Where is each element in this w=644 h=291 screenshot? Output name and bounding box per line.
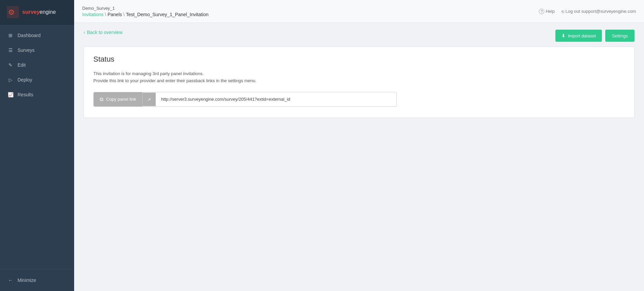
sidebar-label-surveys: Surveys — [18, 47, 35, 53]
help-link[interactable]: ? Help — [539, 9, 555, 14]
sidebar-label-dashboard: Dashboard — [18, 33, 41, 38]
help-label: Help — [546, 9, 555, 14]
breadcrumb-current: Test_Demo_Survey_1_Panel_Invitation — [126, 12, 209, 17]
sidebar-item-surveys[interactable]: ☰ Surveys — [0, 43, 74, 58]
copy-panel-label: Copy panel link — [106, 97, 136, 102]
results-icon: 📈 — [7, 92, 13, 98]
deploy-icon: ▷ — [7, 77, 13, 83]
back-to-overview-label: Back to overview — [87, 30, 123, 35]
import-dataset-button[interactable]: ⬇ Import dataset — [555, 30, 602, 42]
sidebar-item-edit[interactable]: ✎ Edit — [0, 58, 74, 72]
import-label: Import dataset — [568, 33, 596, 38]
status-title: Status — [93, 55, 625, 64]
breadcrumb-sep-2: \ — [123, 12, 125, 17]
panel-link-row: ⧉ Copy panel link ↗ — [93, 92, 397, 107]
sidebar-item-results[interactable]: 📈 Results — [0, 87, 74, 102]
breadcrumb-panels: Panels — [108, 12, 122, 17]
settings-label: Settings — [612, 33, 628, 38]
survey-title: Demo_Survey_1 — [82, 6, 209, 11]
breadcrumb-sep-1: \ — [105, 12, 106, 17]
copy-icon: ⧉ — [100, 96, 103, 102]
minimize-icon: ← — [7, 277, 13, 283]
breadcrumb-invitations[interactable]: Invitations — [82, 12, 103, 17]
action-buttons: ⬇ Import dataset Settings — [555, 30, 635, 42]
edit-icon: ✎ — [7, 62, 13, 68]
topbar-left: Demo_Survey_1 Invitations \ Panels \ Tes… — [82, 6, 209, 17]
info-line-2: Provide this link to your provider and e… — [93, 77, 625, 85]
svg-text:⚙: ⚙ — [8, 8, 15, 17]
info-line-1: This invitation is for managing 3rd part… — [93, 70, 625, 77]
logout-link[interactable]: ⎋ Log out support@surveyengine.com — [561, 9, 636, 14]
sidebar: ⚙ surveyengine ⊞ Dashboard ☰ Surveys ✎ E… — [0, 0, 74, 291]
sidebar-label-edit: Edit — [18, 62, 26, 68]
settings-button[interactable]: Settings — [605, 30, 635, 42]
main-area: Demo_Survey_1 Invitations \ Panels \ Tes… — [74, 0, 644, 291]
help-icon: ? — [539, 9, 544, 14]
panel-url-input[interactable] — [156, 93, 396, 106]
sidebar-nav: ⊞ Dashboard ☰ Surveys ✎ Edit ▷ Deploy 📈 … — [0, 25, 74, 269]
back-to-overview-link[interactable]: ‹ Back to overview — [84, 30, 123, 35]
external-link-icon: ↗ — [147, 97, 151, 102]
sidebar-label-deploy: Deploy — [18, 77, 32, 83]
sidebar-label-results: Results — [18, 92, 33, 97]
open-external-button[interactable]: ↗ — [142, 93, 156, 106]
import-icon: ⬇ — [561, 33, 565, 38]
logout-label: Log out support@surveyengine.com — [565, 9, 636, 14]
logout-icon: ⎋ — [561, 9, 564, 14]
topbar: Demo_Survey_1 Invitations \ Panels \ Tes… — [74, 0, 644, 23]
info-text: This invitation is for managing 3rd part… — [93, 70, 625, 85]
sidebar-item-minimize[interactable]: ← Minimize — [0, 273, 74, 288]
header-row: ‹ Back to overview ⬇ Import dataset Sett… — [84, 30, 635, 42]
logo-icon: ⚙ — [7, 6, 19, 18]
topbar-right: ? Help ⎋ Log out support@surveyengine.co… — [539, 9, 636, 14]
sidebar-bottom: ← Minimize — [0, 269, 74, 291]
sidebar-item-deploy[interactable]: ▷ Deploy — [0, 72, 74, 87]
content-area: ‹ Back to overview ⬇ Import dataset Sett… — [74, 23, 644, 291]
logo-text: surveyengine — [22, 9, 56, 15]
dashboard-icon: ⊞ — [7, 32, 13, 38]
logo-area: ⚙ surveyengine — [0, 0, 74, 25]
breadcrumb: Invitations \ Panels \ Test_Demo_Survey_… — [82, 12, 209, 17]
back-chevron-icon: ‹ — [84, 30, 85, 35]
copy-panel-link-button[interactable]: ⧉ Copy panel link — [94, 92, 142, 106]
sidebar-label-minimize: Minimize — [18, 278, 36, 283]
sidebar-item-dashboard[interactable]: ⊞ Dashboard — [0, 28, 74, 43]
surveys-icon: ☰ — [7, 47, 13, 53]
status-card: Status This invitation is for managing 3… — [84, 46, 635, 118]
